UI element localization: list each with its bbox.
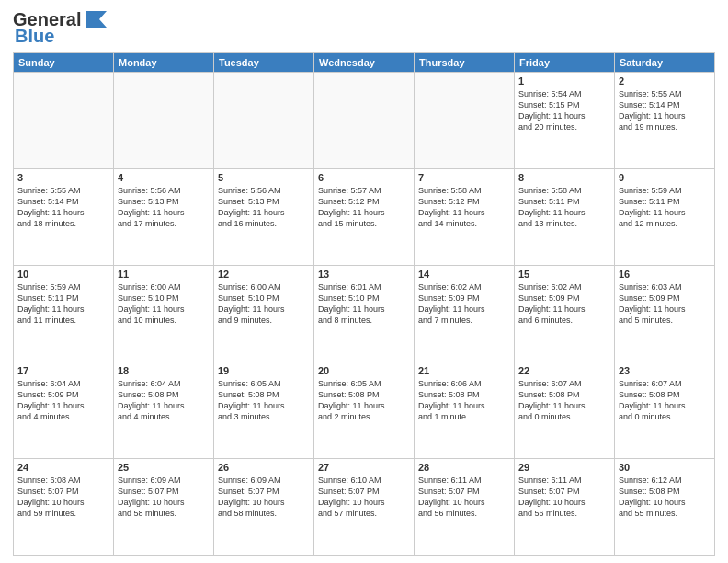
- calendar-day-cell: 3Sunrise: 5:55 AM Sunset: 5:14 PM Daylig…: [14, 169, 114, 266]
- day-info: Sunrise: 5:58 AM Sunset: 5:11 PM Dayligh…: [518, 185, 610, 230]
- calendar-day-cell: 10Sunrise: 5:59 AM Sunset: 5:11 PM Dayli…: [14, 266, 114, 362]
- day-info: Sunrise: 6:06 AM Sunset: 5:08 PM Dayligh…: [418, 378, 510, 423]
- day-info: Sunrise: 6:03 AM Sunset: 5:09 PM Dayligh…: [619, 282, 711, 327]
- calendar-day-cell: 22Sunrise: 6:07 AM Sunset: 5:08 PM Dayli…: [515, 362, 615, 459]
- calendar-day-cell: 4Sunrise: 5:56 AM Sunset: 5:13 PM Daylig…: [114, 169, 214, 266]
- day-info: Sunrise: 5:56 AM Sunset: 5:13 PM Dayligh…: [118, 185, 210, 230]
- day-number: 13: [318, 269, 410, 280]
- day-number: 17: [17, 365, 109, 376]
- day-info: Sunrise: 6:00 AM Sunset: 5:10 PM Dayligh…: [218, 282, 310, 327]
- day-number: 24: [17, 462, 109, 473]
- weekday-header: Friday: [515, 53, 615, 73]
- weekday-header: Wednesday: [314, 53, 415, 73]
- day-info: Sunrise: 6:01 AM Sunset: 5:10 PM Dayligh…: [318, 282, 410, 327]
- page: General Blue SundayMondayTuesdayWednesda…: [0, 0, 728, 563]
- calendar-day-cell: 26Sunrise: 6:09 AM Sunset: 5:07 PM Dayli…: [214, 459, 314, 556]
- day-number: 19: [218, 365, 310, 376]
- day-info: Sunrise: 5:59 AM Sunset: 5:11 PM Dayligh…: [17, 282, 109, 327]
- calendar-day-cell: 5Sunrise: 5:56 AM Sunset: 5:13 PM Daylig…: [214, 169, 314, 266]
- logo-blue: Blue: [15, 26, 54, 47]
- calendar-day-cell: [314, 73, 415, 169]
- day-info: Sunrise: 6:10 AM Sunset: 5:07 PM Dayligh…: [318, 475, 410, 520]
- calendar-week-row: 10Sunrise: 5:59 AM Sunset: 5:11 PM Dayli…: [14, 266, 715, 362]
- day-number: 9: [619, 172, 711, 183]
- calendar-day-cell: 7Sunrise: 5:58 AM Sunset: 5:12 PM Daylig…: [415, 169, 515, 266]
- calendar-day-cell: 24Sunrise: 6:08 AM Sunset: 5:07 PM Dayli…: [14, 459, 114, 556]
- day-number: 25: [118, 462, 210, 473]
- day-info: Sunrise: 6:09 AM Sunset: 5:07 PM Dayligh…: [118, 475, 210, 520]
- header: General Blue: [13, 9, 715, 47]
- calendar-day-cell: 15Sunrise: 6:02 AM Sunset: 5:09 PM Dayli…: [515, 266, 615, 362]
- day-number: 16: [619, 269, 711, 280]
- day-number: 23: [619, 365, 711, 376]
- calendar-day-cell: 11Sunrise: 6:00 AM Sunset: 5:10 PM Dayli…: [114, 266, 214, 362]
- calendar-week-row: 1Sunrise: 5:54 AM Sunset: 5:15 PM Daylig…: [14, 73, 715, 169]
- weekday-header: Sunday: [14, 53, 114, 73]
- day-info: Sunrise: 5:59 AM Sunset: 5:11 PM Dayligh…: [619, 185, 711, 230]
- day-info: Sunrise: 5:55 AM Sunset: 5:14 PM Dayligh…: [17, 185, 109, 230]
- calendar-header-row: SundayMondayTuesdayWednesdayThursdayFrid…: [14, 53, 715, 73]
- day-info: Sunrise: 6:07 AM Sunset: 5:08 PM Dayligh…: [518, 378, 610, 423]
- calendar-day-cell: [14, 73, 114, 169]
- day-info: Sunrise: 6:07 AM Sunset: 5:08 PM Dayligh…: [619, 378, 711, 423]
- day-info: Sunrise: 6:12 AM Sunset: 5:08 PM Dayligh…: [619, 475, 711, 520]
- day-number: 5: [218, 172, 310, 183]
- calendar-day-cell: 2Sunrise: 5:55 AM Sunset: 5:14 PM Daylig…: [615, 73, 715, 169]
- calendar-day-cell: 8Sunrise: 5:58 AM Sunset: 5:11 PM Daylig…: [515, 169, 615, 266]
- day-number: 14: [418, 269, 510, 280]
- weekday-header: Saturday: [615, 53, 715, 73]
- day-number: 21: [418, 365, 510, 376]
- day-info: Sunrise: 6:08 AM Sunset: 5:07 PM Dayligh…: [17, 475, 109, 520]
- calendar-day-cell: 14Sunrise: 6:02 AM Sunset: 5:09 PM Dayli…: [415, 266, 515, 362]
- day-number: 30: [619, 462, 711, 473]
- calendar-day-cell: 1Sunrise: 5:54 AM Sunset: 5:15 PM Daylig…: [515, 73, 615, 169]
- day-number: 26: [218, 462, 310, 473]
- day-info: Sunrise: 6:04 AM Sunset: 5:08 PM Dayligh…: [118, 378, 210, 423]
- calendar-day-cell: 13Sunrise: 6:01 AM Sunset: 5:10 PM Dayli…: [314, 266, 415, 362]
- calendar-day-cell: 30Sunrise: 6:12 AM Sunset: 5:08 PM Dayli…: [615, 459, 715, 556]
- calendar-week-row: 17Sunrise: 6:04 AM Sunset: 5:09 PM Dayli…: [14, 362, 715, 459]
- day-number: 11: [118, 269, 210, 280]
- day-number: 6: [318, 172, 410, 183]
- day-info: Sunrise: 5:55 AM Sunset: 5:14 PM Dayligh…: [619, 88, 711, 133]
- calendar-day-cell: 18Sunrise: 6:04 AM Sunset: 5:08 PM Dayli…: [114, 362, 214, 459]
- day-info: Sunrise: 6:09 AM Sunset: 5:07 PM Dayligh…: [218, 475, 310, 520]
- day-info: Sunrise: 6:04 AM Sunset: 5:09 PM Dayligh…: [17, 378, 109, 423]
- day-info: Sunrise: 6:11 AM Sunset: 5:07 PM Dayligh…: [418, 475, 510, 520]
- day-info: Sunrise: 6:05 AM Sunset: 5:08 PM Dayligh…: [318, 378, 410, 423]
- day-number: 7: [418, 172, 510, 183]
- weekday-header: Thursday: [415, 53, 515, 73]
- calendar-week-row: 3Sunrise: 5:55 AM Sunset: 5:14 PM Daylig…: [14, 169, 715, 266]
- calendar-day-cell: 25Sunrise: 6:09 AM Sunset: 5:07 PM Dayli…: [114, 459, 214, 556]
- day-number: 18: [118, 365, 210, 376]
- calendar-week-row: 24Sunrise: 6:08 AM Sunset: 5:07 PM Dayli…: [14, 459, 715, 556]
- calendar-day-cell: 17Sunrise: 6:04 AM Sunset: 5:09 PM Dayli…: [14, 362, 114, 459]
- day-info: Sunrise: 5:58 AM Sunset: 5:12 PM Dayligh…: [418, 185, 510, 230]
- day-info: Sunrise: 5:57 AM Sunset: 5:12 PM Dayligh…: [318, 185, 410, 230]
- day-number: 3: [17, 172, 109, 183]
- day-info: Sunrise: 6:05 AM Sunset: 5:08 PM Dayligh…: [218, 378, 310, 423]
- calendar-table: SundayMondayTuesdayWednesdayThursdayFrid…: [13, 52, 715, 556]
- calendar-day-cell: 9Sunrise: 5:59 AM Sunset: 5:11 PM Daylig…: [615, 169, 715, 266]
- day-number: 29: [518, 462, 610, 473]
- day-number: 22: [518, 365, 610, 376]
- calendar-day-cell: [114, 73, 214, 169]
- calendar-day-cell: 23Sunrise: 6:07 AM Sunset: 5:08 PM Dayli…: [615, 362, 715, 459]
- calendar-day-cell: 12Sunrise: 6:00 AM Sunset: 5:10 PM Dayli…: [214, 266, 314, 362]
- day-number: 1: [518, 75, 610, 86]
- calendar-day-cell: 29Sunrise: 6:11 AM Sunset: 5:07 PM Dayli…: [515, 459, 615, 556]
- day-number: 28: [418, 462, 510, 473]
- day-number: 4: [118, 172, 210, 183]
- calendar-day-cell: [415, 73, 515, 169]
- day-number: 2: [619, 75, 711, 86]
- day-info: Sunrise: 6:02 AM Sunset: 5:09 PM Dayligh…: [518, 282, 610, 327]
- weekday-header: Monday: [114, 53, 214, 73]
- calendar-day-cell: 20Sunrise: 6:05 AM Sunset: 5:08 PM Dayli…: [314, 362, 415, 459]
- day-info: Sunrise: 5:54 AM Sunset: 5:15 PM Dayligh…: [518, 88, 610, 133]
- calendar-day-cell: 6Sunrise: 5:57 AM Sunset: 5:12 PM Daylig…: [314, 169, 415, 266]
- day-number: 8: [518, 172, 610, 183]
- logo: General Blue: [13, 9, 108, 47]
- calendar-day-cell: 19Sunrise: 6:05 AM Sunset: 5:08 PM Dayli…: [214, 362, 314, 459]
- day-info: Sunrise: 5:56 AM Sunset: 5:13 PM Dayligh…: [218, 185, 310, 230]
- day-number: 20: [318, 365, 410, 376]
